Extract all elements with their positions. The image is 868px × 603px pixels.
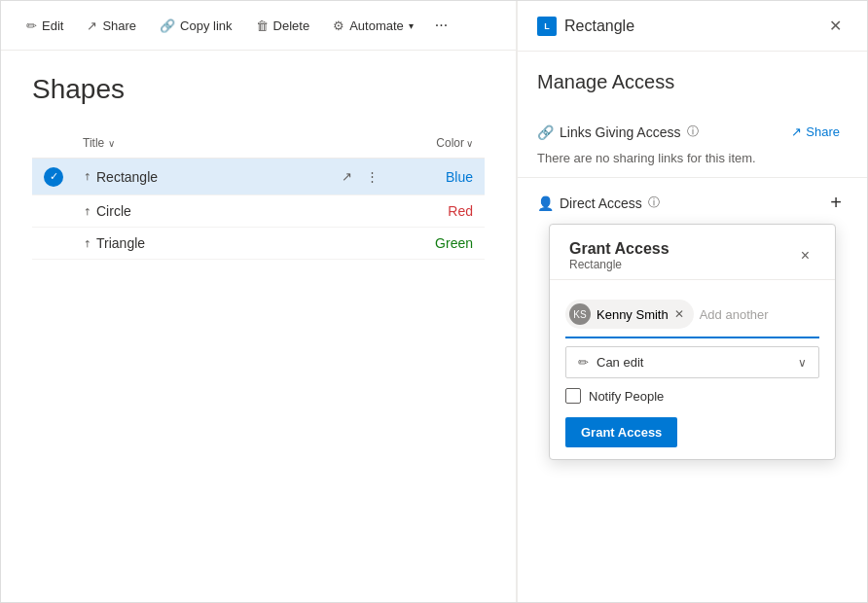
title-sort-icon: ∨	[108, 138, 115, 149]
share-label: Share	[102, 18, 136, 33]
automate-label: Automate	[349, 18, 404, 33]
links-title-row: 🔗 Links Giving Access ⓘ	[537, 124, 699, 140]
permission-label: Can edit	[597, 355, 643, 370]
links-section-header: 🔗 Links Giving Access ⓘ ↗ Share	[537, 121, 848, 143]
grant-access-body: KS Kenny Smith ✕ Add another ✏ Can edit	[550, 280, 835, 459]
actions-col-header	[337, 136, 395, 150]
color-col-header: Color ∨	[395, 136, 473, 150]
item-link-icon: ↗	[80, 204, 92, 217]
share-button[interactable]: ↗ Share	[77, 13, 146, 39]
permission-edit-icon: ✏	[578, 355, 589, 370]
list-header: Title ∨ Color ∨	[32, 128, 485, 159]
delete-button[interactable]: 🗑 Delete	[246, 13, 320, 39]
grant-access-subtitle: Rectangle	[569, 258, 669, 271]
link-icon: 🔗	[160, 18, 175, 33]
row-more-button[interactable]: ⋮	[361, 166, 383, 187]
links-info-icon[interactable]: ⓘ	[687, 124, 699, 140]
remove-person-button[interactable]: ✕	[674, 308, 684, 320]
row-color: Green	[395, 235, 473, 251]
row-title-col: ↗ Circle	[83, 203, 337, 219]
table-row[interactable]: ↗ Triangle Green	[32, 228, 485, 260]
row-share-button[interactable]: ↗	[337, 166, 357, 187]
grant-access-header: Grant Access Rectangle ×	[550, 225, 835, 280]
edit-icon: ✏	[26, 18, 37, 33]
automate-button[interactable]: ⚙ Automate ▾	[323, 13, 423, 39]
item-link-icon: ↗	[80, 170, 92, 183]
copy-link-label: Copy link	[180, 18, 232, 33]
item-name: ↗ Rectangle	[83, 169, 337, 185]
permission-chevron-icon: ∨	[798, 356, 807, 370]
link-section-icon: 🔗	[537, 124, 554, 140]
automate-icon: ⚙	[333, 18, 344, 33]
edit-label: Edit	[42, 18, 63, 33]
color-sort-icon: ∨	[466, 138, 473, 149]
content-area: Shapes Title ∨ Color ∨	[1, 51, 516, 283]
row-title-col: ↗ Triangle	[83, 235, 337, 251]
grant-access-button[interactable]: Grant Access	[565, 417, 677, 447]
notify-row: Notify People	[565, 388, 819, 404]
more-button[interactable]: ···	[427, 11, 455, 40]
row-actions: ↗ ⋮	[337, 166, 395, 187]
left-panel: ✏ Edit ↗ Share 🔗 Copy link 🗑 Delete ⚙ Au…	[1, 1, 517, 602]
toolbar: ✏ Edit ↗ Share 🔗 Copy link 🗑 Delete ⚙ Au…	[1, 1, 516, 51]
notify-label: Notify People	[589, 389, 664, 404]
share-btn-label: Share	[806, 124, 840, 139]
links-giving-access-section: 🔗 Links Giving Access ⓘ ↗ Share There ar…	[518, 109, 867, 178]
share-link-icon: ↗	[791, 124, 802, 139]
person-tag: KS Kenny Smith ✕	[565, 300, 694, 329]
item-name-text: Rectangle	[96, 169, 158, 185]
automate-chevron-icon: ▾	[409, 20, 414, 31]
manage-access-title: Manage Access	[518, 52, 867, 109]
row-title-col: ↗ Rectangle	[83, 169, 337, 185]
no-links-text: There are no sharing links for this item…	[537, 151, 848, 165]
row-color: Red	[395, 203, 473, 219]
share-link-button[interactable]: ↗ Share	[783, 121, 848, 143]
trash-icon: 🗑	[256, 18, 269, 33]
item-name-text: Circle	[96, 203, 131, 219]
title-col-header: Title ∨	[83, 136, 337, 150]
copy-link-button[interactable]: 🔗 Copy link	[150, 13, 241, 39]
grant-access-panel: Grant Access Rectangle × KS Kenny Smith	[549, 224, 836, 460]
item-name: ↗ Triangle	[83, 235, 337, 251]
row-check-col: ✓	[44, 167, 83, 187]
notify-checkbox[interactable]	[565, 388, 581, 404]
check-col-header	[44, 136, 83, 150]
permission-dropdown[interactable]: ✏ Can edit ∨	[565, 346, 819, 378]
page-title: Shapes	[32, 74, 485, 105]
direct-access-header: 👤 Direct Access ⓘ +	[537, 190, 848, 216]
list-table: Title ∨ Color ∨ ✓ ↗	[32, 128, 485, 260]
people-tag-row[interactable]: KS Kenny Smith ✕ Add another	[565, 292, 819, 338]
direct-access-title: Direct Access	[560, 195, 642, 211]
selected-check-icon: ✓	[44, 167, 63, 187]
add-access-button[interactable]: +	[824, 190, 848, 216]
panel-title-row: L Rectangle	[537, 17, 634, 36]
delete-label: Delete	[273, 18, 310, 33]
table-row[interactable]: ↗ Circle Red	[32, 195, 485, 228]
share-icon: ↗	[87, 18, 97, 33]
grant-access-title-block: Grant Access Rectangle	[569, 240, 669, 271]
grant-access-title: Grant Access	[569, 240, 669, 258]
right-panel: L Rectangle ✕ Manage Access 🔗 Links Givi…	[517, 1, 867, 602]
row-color: Blue	[395, 169, 473, 185]
direct-access-title-row: 👤 Direct Access ⓘ	[537, 195, 660, 211]
panel-file-name: Rectangle	[564, 18, 634, 35]
table-row[interactable]: ✓ ↗ Rectangle ↗ ⋮ Blue	[32, 159, 485, 195]
edit-button[interactable]: ✏ Edit	[17, 13, 73, 39]
person-section-icon: 👤	[537, 195, 554, 211]
panel-header: L Rectangle ✕	[518, 1, 867, 52]
item-name: ↗ Circle	[83, 203, 337, 219]
grant-access-close-button[interactable]: ×	[795, 243, 815, 268]
direct-access-section: 👤 Direct Access ⓘ + Grant Access Rectang…	[518, 178, 867, 479]
avatar: KS	[569, 303, 591, 325]
direct-access-info-icon[interactable]: ⓘ	[648, 195, 660, 211]
add-another-placeholder: Add another	[700, 305, 769, 324]
file-icon: L	[537, 17, 557, 36]
item-link-icon: ↗	[80, 236, 92, 249]
panel-close-button[interactable]: ✕	[823, 13, 848, 39]
permission-left: ✏ Can edit	[578, 355, 643, 370]
item-name-text: Triangle	[96, 235, 145, 251]
links-section-title: Links Giving Access	[560, 124, 681, 140]
person-name: Kenny Smith	[597, 307, 669, 322]
